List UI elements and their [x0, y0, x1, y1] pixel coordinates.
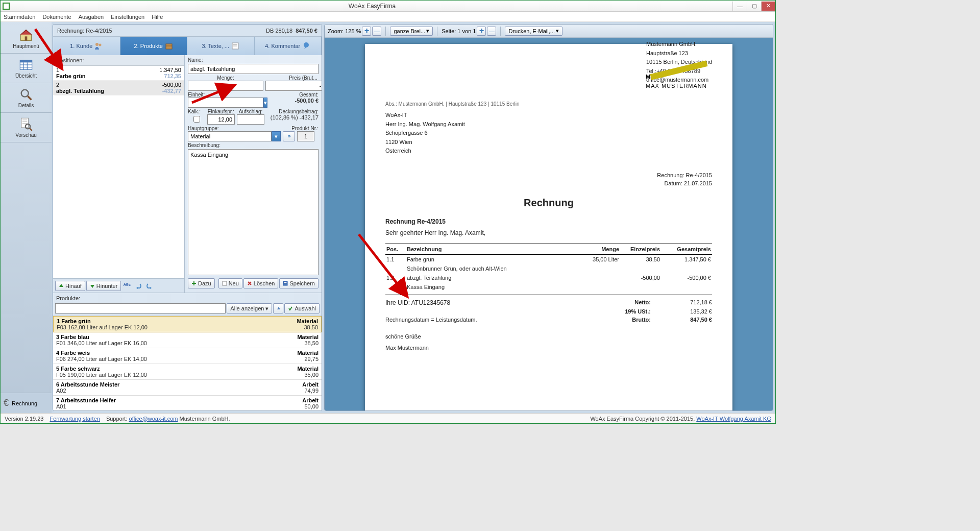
sender-line: Abs.: Mustermann GmbH. | Hauptstraße 123… [385, 101, 712, 107]
menu-hilfe[interactable]: Hilfe [152, 14, 163, 20]
tab-kunde[interactable]: 1. Kunde [53, 37, 120, 55]
up-button[interactable]: Hinauf [55, 281, 85, 291]
menu-dokumente[interactable]: Dokumente [42, 14, 71, 20]
delete-button[interactable]: Löschen [243, 278, 279, 288]
down-button[interactable]: Hinunter [86, 281, 121, 291]
menu-stammdaten[interactable]: Stammdaten [4, 14, 35, 20]
alle-anzeigen-button[interactable]: Alle anzeigen ▾ [227, 303, 272, 313]
product-search-input[interactable] [55, 303, 226, 313]
ek-label: Einkaufspr.: [207, 109, 235, 114]
svg-rect-27 [284, 282, 287, 283]
invoice-title: Rechnung [385, 197, 712, 209]
spellcheck-button[interactable]: ᴬᴮᶜ [122, 281, 132, 291]
ek-input[interactable] [207, 114, 235, 125]
invoice-meta: Rechnung: Re-4/2015 Datum: 21.07.2015 [385, 171, 712, 188]
arrow-up-icon [277, 306, 280, 310]
zoom-out-button[interactable]: — [372, 27, 381, 36]
arrow-down-icon [90, 283, 95, 288]
sidebar-details[interactable]: Details [1, 83, 52, 113]
invoice-greeting: Sehr geehrter Herr Ing. Mag. Axamit, [385, 229, 712, 236]
positions-list[interactable]: 11.347,50 Farbe grün712,35 2-500,00 abzg… [53, 66, 184, 278]
uid-label: Ihre UID: ATU12345678 [385, 299, 590, 306]
tab-kommentar[interactable]: 4. Kommentar [255, 37, 322, 55]
signer: Max Mustermann [385, 342, 712, 353]
tab-texte[interactable]: 3. Texte, ... [187, 37, 255, 55]
version-label: Version 2.19.23 [5, 416, 43, 422]
products-list[interactable]: 1 Farbe grünMaterialF03 162,00 Liter auf… [53, 316, 322, 411]
editor-panel: Rechnung: Re-4/2015 DB 280,18 847,50 € 1… [53, 24, 322, 411]
menu-einstellungen[interactable]: Einstellungen [111, 14, 144, 20]
netto-label: Netto: [590, 299, 651, 306]
remote-support-link[interactable]: Fernwartung starten [50, 416, 100, 422]
product-row[interactable]: 3 Farbe blauMaterialF01 346,00 Liter auf… [53, 332, 322, 348]
menge-input[interactable] [188, 81, 263, 91]
products-section: Produkte: Alle anzeigen ▾ Auswahl 1 Farb… [53, 293, 322, 411]
app-window: WoAx EasyFirma — ▢ ✕ Stammdaten Dokument… [0, 0, 776, 424]
th-menge: Menge [574, 244, 620, 254]
position-row[interactable]: 2-500,00 abzgl. Teilzahlung-432,77 [53, 81, 184, 95]
save-button[interactable]: Speichern [279, 278, 318, 288]
link-button[interactable]: ⚭ [283, 131, 295, 141]
close-button[interactable]: ✕ [761, 2, 775, 11]
sidebar-vorschau[interactable]: Vorschau [1, 113, 52, 142]
page-prev-button[interactable]: — [487, 27, 496, 36]
calendar-icon [19, 58, 33, 72]
neu-button[interactable]: Neu [218, 278, 242, 288]
file-icon [222, 281, 227, 286]
name-input[interactable] [188, 64, 318, 74]
einheit-combo[interactable]: ▾ [188, 98, 244, 108]
einheit-label: Einheit: [188, 92, 271, 98]
preis-input[interactable] [265, 81, 322, 91]
maximize-button[interactable]: ▢ [747, 2, 761, 11]
product-row[interactable]: 1 Farbe grünMaterialF03 162,00 Liter auf… [53, 316, 322, 332]
undo-button[interactable] [133, 281, 143, 291]
fit-combo[interactable]: ganze Brei... ▾ [390, 27, 433, 36]
print-button[interactable]: Drucken, E-Mail,... ▾ [505, 27, 562, 36]
minimize-button[interactable]: — [732, 2, 747, 11]
page-next-button[interactable]: ✚ [477, 27, 486, 36]
detail-column: Name: Menge: Preis (Brut... USt:▾ Rabatt… [185, 55, 322, 293]
sidebar-hauptmenue[interactable]: Hauptmenü [1, 24, 52, 54]
page-label: Seite: 1 von 1 [442, 28, 476, 34]
zoom-label: Zoom: 125 % [328, 28, 361, 34]
support-email-link[interactable]: office@woax-it.com [129, 416, 178, 422]
product-row[interactable]: 4 Farbe weisMaterialF06 274,00 Liter auf… [53, 348, 322, 364]
zoom-in-button[interactable]: ✚ [362, 27, 371, 36]
app-icon [3, 3, 10, 10]
kalk-checkbox[interactable] [193, 116, 200, 123]
tab-produkte[interactable]: 2. Produkte [120, 37, 188, 55]
position-row[interactable]: 11.347,50 Farbe grün712,35 [53, 66, 184, 81]
chevron-down-icon[interactable]: ▾ [272, 131, 281, 141]
product-row[interactable]: 7 Arbeitsstunde HelferArbeitA0150,00 [53, 396, 322, 411]
copyright: WoAx EasyFirma Copyright © 2011-2015, [590, 416, 695, 422]
euro-icon: € [4, 398, 9, 408]
hauptgruppe-combo[interactable]: ▾ [188, 131, 281, 141]
hg-input[interactable] [188, 131, 272, 141]
sort-up-button[interactable] [273, 303, 283, 313]
th-ep: Einzelpreis [620, 244, 661, 254]
svg-rect-2 [25, 36, 28, 40]
redo-button[interactable] [144, 281, 155, 291]
box-icon [165, 42, 173, 50]
aufschlag-input[interactable] [237, 114, 264, 125]
auswahl-button[interactable]: Auswahl [284, 303, 320, 313]
vendor-link[interactable]: WoAx-IT Wolfgang Axamit KG [696, 416, 771, 422]
product-row[interactable]: 5 Farbe schwarzMaterialF05 190,00 Liter … [53, 364, 322, 380]
product-row[interactable]: 6 Arbeitsstunde MeisterArbeitA0274,99 [53, 380, 322, 396]
einheit-input[interactable] [188, 98, 263, 108]
sidebar-footer[interactable]: € Rechnung [1, 393, 52, 413]
people-icon [94, 42, 103, 50]
description-textarea[interactable] [188, 149, 318, 275]
plus-icon: ✚ [364, 28, 369, 34]
dazu-button[interactable]: Dazu [188, 278, 215, 288]
sidebar-uebersicht[interactable]: Übersicht [1, 54, 52, 83]
svg-line-16 [30, 128, 32, 131]
minus-icon: — [374, 28, 380, 34]
svg-rect-25 [223, 281, 227, 285]
menu-ausgaben[interactable]: Ausgaben [79, 14, 104, 20]
name-label: Name: [188, 57, 318, 63]
preview-scroll[interactable]: MMMAX MUSTERMANN Mustermann GmbH.Hauptst… [325, 38, 773, 411]
invoice-subject: Rechnung Re-4/2015 [385, 218, 712, 225]
chevron-down-icon[interactable]: ▾ [263, 98, 267, 108]
svg-line-10 [28, 96, 32, 100]
